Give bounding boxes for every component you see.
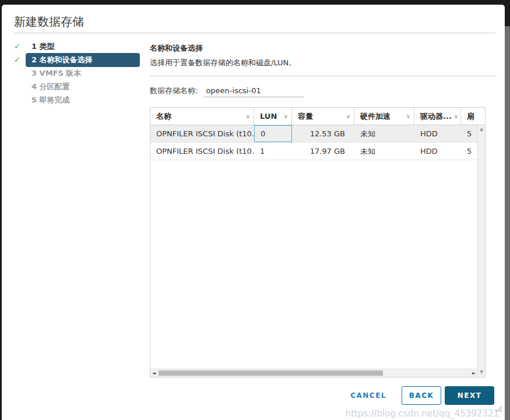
device-table: 名称 ∨ LUN ∨ 容量 ∨ 硬件加速 ∨ 驱动器... ∨ xyxy=(150,107,486,377)
cell-lun[interactable]: 1 xyxy=(254,143,292,160)
chevron-down-icon[interactable]: ∨ xyxy=(346,113,350,119)
main-pane: 名称和设备选择 选择用于置备数据存储的名称和磁盘/LUN。 数据存储名称: 名称… xyxy=(150,41,496,377)
section-divider xyxy=(150,76,496,76)
table-row[interactable]: OPNFILER ISCSI Disk (t10.... 1 17.97 GB … xyxy=(150,143,485,160)
step-ready-to-complete[interactable]: 5 即将完成 xyxy=(14,93,140,107)
table-header: 名称 ∨ LUN ∨ 容量 ∨ 硬件加速 ∨ 驱动器... ∨ xyxy=(150,108,485,125)
cell-name[interactable]: OPNFILER ISCSI Disk (t10.... xyxy=(150,125,254,142)
page-backdrop-strip xyxy=(505,26,510,420)
resize-grip-icon[interactable] xyxy=(495,405,502,412)
datastore-name-label: 数据存储名称: xyxy=(150,86,198,96)
column-header-name[interactable]: 名称 ∨ xyxy=(150,108,254,125)
scrollbar-thumb[interactable] xyxy=(159,370,383,376)
vertical-scrollbar[interactable]: ▲ ▼ xyxy=(477,125,485,376)
next-button[interactable]: NEXT xyxy=(445,386,494,405)
dialog-title: 新建数据存储 xyxy=(14,14,84,30)
step-partition-config[interactable]: 4 分区配置 xyxy=(14,80,140,93)
cell-name[interactable]: OPNFILER ISCSI Disk (t10.... xyxy=(150,143,254,160)
step-label: 1 类型 xyxy=(26,40,140,53)
datastore-name-input[interactable] xyxy=(203,85,304,97)
table-row[interactable]: OPNFILER ISCSI Disk (t10.... 0 12.53 GB … xyxy=(150,125,485,143)
cell-lun-focused[interactable]: 0 xyxy=(254,125,292,142)
step-vmfs-version[interactable]: 3 VMFS 版本 xyxy=(14,66,140,80)
dialog-footer: CANCEL BACK NEXT xyxy=(350,386,494,405)
csdn-watermark: https://blog.csdn.net/qq_45392321 xyxy=(346,408,499,419)
scroll-left-icon[interactable]: ◄ xyxy=(150,371,157,376)
horizontal-scrollbar[interactable]: ◄ ► xyxy=(150,369,477,377)
step-label: 3 VMFS 版本 xyxy=(26,67,140,80)
chevron-down-icon[interactable]: ∨ xyxy=(284,113,288,119)
cancel-button[interactable]: CANCEL xyxy=(350,391,386,400)
scroll-down-icon[interactable]: ▼ xyxy=(480,370,483,375)
step-name-device-selection[interactable]: ✓ 2 名称和设备选择 xyxy=(14,53,140,66)
column-header-lun[interactable]: LUN ∨ xyxy=(254,108,292,125)
page-title: 名称和设备选择 xyxy=(150,43,496,54)
scroll-up-icon[interactable]: ▲ xyxy=(480,127,483,132)
step-label: 2 名称和设备选择 xyxy=(26,53,140,67)
step-type[interactable]: ✓ 1 类型 xyxy=(14,40,140,53)
wizard-steps: ✓ 1 类型 ✓ 2 名称和设备选择 3 VMFS 版本 4 分区配置 5 即将… xyxy=(14,40,140,107)
chevron-down-icon[interactable]: ∨ xyxy=(246,113,250,119)
step-label: 4 分区配置 xyxy=(26,80,140,93)
check-icon: ✓ xyxy=(14,56,26,63)
cell-hw-accel[interactable]: 未知 xyxy=(354,143,414,160)
new-datastore-dialog: 新建数据存储 ✓ 1 类型 ✓ 2 名称和设备选择 3 VMFS 版本 4 分区… xyxy=(2,5,505,420)
scroll-right-icon[interactable]: ► xyxy=(470,371,477,376)
scrollbar-track[interactable] xyxy=(157,369,470,377)
cell-drive-type[interactable]: HDD xyxy=(414,125,461,142)
chevron-down-icon[interactable]: ∨ xyxy=(454,113,458,119)
back-button[interactable]: BACK xyxy=(402,386,441,405)
column-header-drive-type[interactable]: 驱动器... ∨ xyxy=(414,108,461,125)
step-label: 5 即将完成 xyxy=(26,94,140,107)
cell-hw-accel[interactable]: 未知 xyxy=(354,125,414,142)
column-header-sector[interactable]: 扇 xyxy=(461,108,485,125)
page-description: 选择用于置备数据存储的名称和磁盘/LUN。 xyxy=(150,58,496,68)
column-header-capacity[interactable]: 容量 ∨ xyxy=(292,108,354,125)
column-header-hw-accel[interactable]: 硬件加速 ∨ xyxy=(354,108,414,125)
check-icon: ✓ xyxy=(14,43,26,50)
cell-capacity[interactable]: 12.53 GB xyxy=(292,125,354,142)
cell-drive-type[interactable]: HDD xyxy=(414,143,461,160)
cell-capacity[interactable]: 17.97 GB xyxy=(292,143,354,160)
title-divider xyxy=(14,33,495,33)
chevron-down-icon[interactable]: ∨ xyxy=(406,113,410,119)
